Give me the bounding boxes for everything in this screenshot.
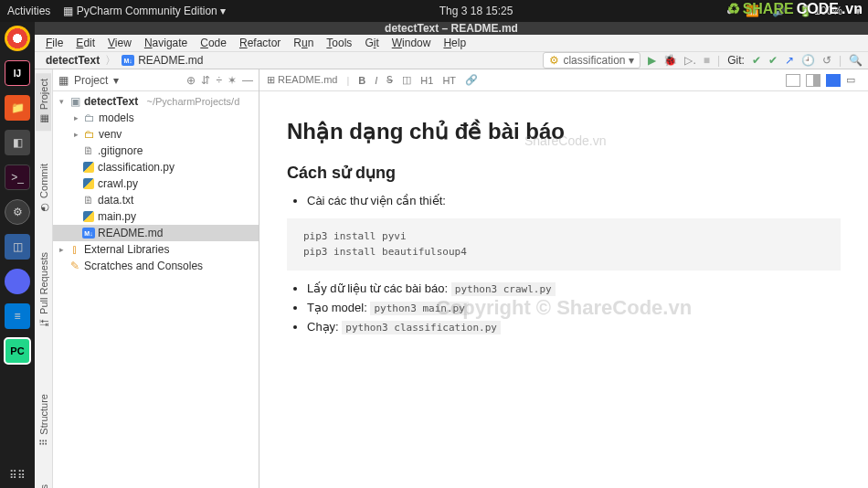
menu-refactor[interactable]: Refactor bbox=[234, 35, 286, 51]
markdown-preview[interactable]: Nhận dạng chủ đề bài báo Cách sử dụng Cà… bbox=[259, 91, 868, 488]
md-link-icon[interactable]: 🔗 bbox=[465, 74, 478, 86]
dock-files-icon[interactable]: 📁 bbox=[5, 95, 30, 121]
project-select-opened-icon[interactable]: ⊕ bbox=[186, 74, 196, 87]
md-strike-icon[interactable]: S̶ bbox=[386, 74, 393, 86]
tree-scratches[interactable]: ✎Scratches and Consoles bbox=[53, 258, 259, 274]
readme-li-run: Chạy: python3 classification.py bbox=[307, 320, 841, 334]
run-config-selector[interactable]: ⚙classification ▾ bbox=[543, 52, 640, 69]
readme-li-model: Tạo model: python3 main.py bbox=[307, 301, 841, 314]
dock-chrome-icon[interactable] bbox=[5, 26, 30, 51]
editor-settings-icon[interactable]: ▭ bbox=[846, 74, 861, 87]
split-view-icon[interactable] bbox=[806, 74, 820, 87]
tool-tab-commit[interactable]: ◔ Commit bbox=[36, 158, 51, 219]
tree-file-readme[interactable]: M↓README.md bbox=[53, 225, 259, 241]
tree-folder-venv[interactable]: ▸🗀venv bbox=[53, 126, 259, 143]
menu-view[interactable]: View bbox=[102, 35, 137, 51]
project-tree[interactable]: ▾▣detectText ~/PycharmProjects/d ▸🗀model… bbox=[53, 91, 259, 276]
menu-file[interactable]: File bbox=[40, 35, 69, 51]
navigation-bar: detectText 〉 M↓README.md ⚙classification… bbox=[35, 52, 868, 69]
tool-tab-favorites[interactable]: ★ Favorites bbox=[36, 479, 51, 488]
menu-git[interactable]: Git bbox=[359, 35, 384, 51]
tool-tab-structure[interactable]: ⠿ Structure bbox=[36, 388, 51, 451]
menu-tools[interactable]: Tools bbox=[321, 35, 357, 51]
tree-file-data[interactable]: 🗎data.txt bbox=[53, 192, 259, 208]
menu-help[interactable]: Help bbox=[438, 35, 471, 51]
project-hide-icon[interactable]: — bbox=[242, 74, 253, 87]
git-label: Git: bbox=[727, 54, 745, 67]
search-everywhere-icon[interactable]: 🔍 bbox=[849, 54, 863, 67]
run-button[interactable]: ▶ bbox=[648, 54, 656, 67]
breadcrumb-file[interactable]: M↓README.md bbox=[116, 54, 208, 67]
md-code-icon[interactable]: ◫ bbox=[402, 74, 411, 86]
tool-tab-project[interactable]: ▦ Project bbox=[36, 73, 51, 131]
md-bold-icon[interactable]: B bbox=[358, 75, 365, 86]
app-menu[interactable]: ▦ PyCharm Community Edition ▾ bbox=[63, 5, 226, 17]
md-file-label: ⊞ README.md bbox=[267, 74, 337, 86]
markdown-toolbar: ⊞ README.md | B I S̶ ◫ H1 HT 🔗 ▭ bbox=[259, 69, 868, 91]
run-more-button[interactable]: ▷. bbox=[684, 54, 695, 67]
debug-button[interactable]: 🐞 bbox=[663, 54, 677, 67]
dock-settings-icon[interactable]: ⚙ bbox=[5, 199, 30, 225]
tree-file-classification[interactable]: classification.py bbox=[53, 159, 259, 175]
menu-run[interactable]: Run bbox=[288, 35, 319, 51]
tool-tab-pull-requests[interactable]: ⭿ Pull Requests bbox=[37, 247, 51, 334]
dock-intellij-icon[interactable]: IJ bbox=[5, 60, 30, 86]
sharecode-watermark-logo: ♻SHARECODE.vn bbox=[727, 0, 863, 17]
menu-bar: File Edit View Navigate Code Refactor Ru… bbox=[35, 35, 868, 52]
tree-file-gitignore[interactable]: 🗎.gitignore bbox=[53, 143, 259, 159]
tree-root[interactable]: ▾▣detectText ~/PycharmProjects/d bbox=[53, 93, 259, 110]
editor-only-view-icon[interactable] bbox=[786, 74, 800, 87]
dock-discord-icon[interactable] bbox=[5, 269, 30, 294]
menu-window[interactable]: Window bbox=[386, 35, 437, 51]
left-tool-gutter: ▦ Project ◔ Commit ⭿ Pull Requests ⠿ Str… bbox=[35, 69, 53, 488]
dock-terminal-icon[interactable]: >_ bbox=[5, 164, 30, 190]
dock-app-icon[interactable]: ◧ bbox=[5, 130, 30, 155]
breadcrumb-project[interactable]: detectText bbox=[40, 54, 105, 67]
tree-folder-models[interactable]: ▸🗀models bbox=[53, 110, 259, 126]
project-expand-icon[interactable]: ⇵ bbox=[201, 74, 210, 87]
tree-file-main[interactable]: main.py bbox=[53, 208, 259, 225]
readme-h2: Cách sử dụng bbox=[287, 163, 841, 183]
clock[interactable]: Thg 3 18 15:25 bbox=[226, 5, 726, 17]
dock-apps-grid-icon[interactable]: ⠿⠿ bbox=[5, 462, 30, 488]
md-italic-icon[interactable]: I bbox=[375, 75, 377, 86]
readme-codeblock-install: pip3 install pyvi pip3 install beautiful… bbox=[287, 218, 841, 271]
dock: IJ 📁 ◧ >_ ⚙ ◫ ≡ PC ⠿⠿ bbox=[0, 22, 35, 488]
project-settings-icon[interactable]: ✶ bbox=[228, 74, 237, 87]
editor-area: ⊞ README.md | B I S̶ ◫ H1 HT 🔗 ▭ ShareCo… bbox=[259, 69, 868, 488]
readme-h1: Nhận dạng chủ đề bài báo bbox=[287, 119, 841, 144]
markdown-icon: M↓ bbox=[122, 55, 134, 66]
stop-button[interactable]: ■ bbox=[704, 54, 710, 67]
menu-code[interactable]: Code bbox=[195, 35, 232, 51]
git-update-icon[interactable]: ✔ bbox=[752, 54, 761, 67]
preview-only-view-icon[interactable] bbox=[826, 74, 841, 87]
readme-li-crawl: Lấy dữ liệu từ các bài báo: python3 craw… bbox=[307, 281, 841, 295]
readme-li-install: Cài các thư viện cần thiết: bbox=[307, 194, 841, 207]
tree-external-libraries[interactable]: ▸⫿External Libraries bbox=[53, 241, 259, 258]
md-h1-icon[interactable]: H1 bbox=[420, 75, 433, 86]
project-view-icon[interactable]: ▦ bbox=[58, 74, 69, 87]
activities-button[interactable]: Activities bbox=[7, 5, 50, 17]
git-history-icon[interactable]: 🕘 bbox=[801, 54, 815, 67]
dock-pycharm-icon[interactable]: PC bbox=[5, 338, 30, 364]
git-commit-icon[interactable]: ✔ bbox=[768, 54, 778, 67]
md-ht-icon[interactable]: HT bbox=[442, 75, 456, 86]
window-titlebar: detectText – README.md bbox=[35, 22, 868, 35]
git-push-icon[interactable]: ↗ bbox=[785, 54, 794, 67]
dock-vscode-icon[interactable]: ≡ bbox=[5, 303, 30, 329]
project-view-title[interactable]: Project bbox=[74, 74, 108, 87]
project-collapse-icon[interactable]: ÷ bbox=[216, 74, 222, 87]
tree-file-crawl[interactable]: crawl.py bbox=[53, 175, 259, 192]
git-rollback-icon[interactable]: ↺ bbox=[822, 54, 831, 67]
project-tool-window: ▦ Project ▾ ⊕ ⇵ ÷ ✶ — ▾▣detectText ~/Pyc… bbox=[53, 69, 259, 488]
menu-navigate[interactable]: Navigate bbox=[139, 35, 193, 51]
menu-edit[interactable]: Edit bbox=[70, 35, 101, 51]
dock-virtualbox-icon[interactable]: ◫ bbox=[5, 234, 30, 260]
pycharm-window: detectText – README.md File Edit View Na… bbox=[35, 22, 868, 488]
